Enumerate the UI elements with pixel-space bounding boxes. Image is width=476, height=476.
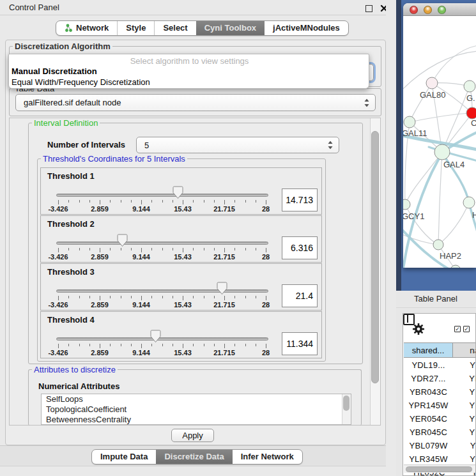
popup-option-manual-discretization[interactable]: Manual Discretization [12, 66, 367, 76]
tick-label: 21.715 [209, 349, 240, 357]
tick-mark [162, 248, 163, 250]
network-edge[interactable] [410, 83, 432, 122]
numerical-attributes-list: SelfLoopsTopologicalCoefficientBetweenne… [41, 394, 351, 425]
minimize-traffic-light[interactable] [424, 6, 432, 14]
apply-button[interactable]: Apply [171, 429, 214, 442]
number-of-intervals-combobox[interactable]: 5 [136, 137, 339, 153]
zoom-traffic-light[interactable] [438, 6, 446, 14]
tab-label: Network [76, 21, 109, 35]
tick-mark [151, 248, 152, 250]
attribute-list-item[interactable]: SelfLoops [42, 394, 351, 404]
table-row[interactable]: YBR043CYBR0 [404, 385, 476, 399]
table-row[interactable]: YER054CYER0 [404, 412, 476, 426]
tab-network[interactable]: Network [56, 21, 117, 35]
threshold-value-field[interactable]: 21.4 [282, 284, 318, 307]
window-title: Control Panel [9, 3, 59, 12]
network-node-label: GAL80 [420, 90, 445, 100]
network-node-g[interactable] [464, 81, 475, 92]
network-window-titlebar[interactable] [403, 3, 476, 16]
network-node-gal11[interactable] [404, 116, 415, 128]
attributes-group-label: Attributes to discretize [32, 365, 118, 374]
tick-label: 21.715 [209, 253, 240, 261]
network-node-h[interactable] [463, 197, 475, 208]
table-data-combobox[interactable]: galFiltered.sif default node [15, 94, 376, 111]
network-node-hap2[interactable] [433, 240, 443, 250]
tick-mark [121, 200, 121, 203]
network-node-gal80[interactable] [426, 77, 438, 89]
network-node-gal4[interactable] [434, 144, 450, 160]
threshold-value-field[interactable]: 14.713 [282, 188, 318, 211]
network-edge[interactable] [405, 152, 442, 204]
threshold-value-field[interactable]: 11.344 [282, 332, 318, 355]
horizontal-scrollbar[interactable] [404, 464, 476, 473]
tick-mark [162, 296, 163, 298]
network-edge[interactable] [410, 113, 472, 122]
table-row[interactable]: YPR145WYPR1 [404, 399, 476, 412]
tick-mark [173, 296, 173, 298]
network-node-label: H [472, 210, 476, 220]
tab-cyni-toolbox[interactable]: Cyni Toolbox [196, 21, 265, 35]
tick-mark [204, 296, 204, 298]
gear-icon[interactable] [411, 322, 426, 336]
table-row[interactable]: YBR045CYBR0 [404, 426, 476, 439]
tick-label: 9.144 [126, 349, 157, 357]
table-row[interactable]: YDL19...YDL1 [404, 358, 476, 372]
threshold-slider-thumb[interactable] [217, 282, 227, 298]
tab-style[interactable]: Style [117, 21, 154, 35]
tick-mark [256, 296, 256, 298]
network-node[interactable] [450, 265, 461, 268]
tick-mark [141, 344, 142, 348]
attribute-list-item[interactable]: BetweennessCentrality [42, 415, 351, 425]
vertical-scrollbar-thumb[interactable] [371, 131, 379, 383]
table-row[interactable]: YDR27...YDR2 [404, 372, 476, 385]
threshold-slider-track[interactable] [56, 289, 268, 293]
tick-label: 2.859 [84, 301, 115, 309]
threshold-slider-track[interactable] [56, 194, 268, 197]
tick-mark [110, 296, 111, 298]
popup-hint: Select algorithm to view settings [9, 56, 370, 66]
threshold-slider-thumb[interactable] [117, 234, 128, 250]
checkbox-icon[interactable]: ✓ [454, 326, 461, 332]
tick-mark [89, 344, 90, 346]
float-window-icon[interactable] [365, 5, 372, 12]
threshold-slider-track[interactable] [56, 337, 268, 341]
tick-mark [100, 200, 100, 204]
network-edge[interactable] [432, 45, 476, 83]
tick-mark [79, 344, 80, 346]
threshold-value-field[interactable]: 6.316 [282, 236, 318, 259]
threshold-slider-track[interactable] [56, 242, 268, 245]
attribute-list-item[interactable]: TopologicalCoefficient [42, 404, 351, 415]
bottom-tab-impute-data[interactable]: Impute Data [92, 450, 156, 464]
tick-label: 9.144 [126, 301, 157, 309]
table-row[interactable]: YBL079WYBL0 [404, 439, 476, 452]
tick-mark [151, 200, 152, 203]
attributes-scrollbar-thumb[interactable] [343, 395, 349, 411]
tick-label: 28 [250, 253, 281, 261]
threshold-slider-thumb[interactable] [150, 330, 161, 346]
network-edge[interactable] [438, 203, 469, 245]
popup-option-equal-width[interactable]: Equal Width/Frequency Discretization [12, 77, 367, 87]
network-node-c[interactable] [466, 107, 476, 119]
threshold-slider-thumb[interactable] [173, 186, 183, 202]
close-traffic-light[interactable] [410, 6, 418, 14]
tab-select[interactable]: Select [154, 21, 196, 35]
column-header-name[interactable]: name [453, 342, 476, 358]
tick-mark [141, 200, 142, 204]
tick-mark [79, 296, 80, 298]
bottom-tab-infer-network[interactable]: Infer Network [233, 450, 302, 464]
network-canvas[interactable]: GAL80G.CGAL11GAL4GCY1HHAP2 [403, 16, 476, 268]
checkbox-icon[interactable]: ✓ [463, 326, 470, 332]
network-node-label: C [471, 118, 476, 128]
tab-jactivemnodules[interactable]: jActiveMNodules [265, 21, 348, 35]
table-row[interactable]: YLR345WYLR3 [404, 452, 476, 466]
bottom-tab-discretize-data[interactable]: Discretize Data [156, 450, 232, 464]
column-header-shared-name[interactable]: shared... [404, 342, 453, 358]
network-edge[interactable] [438, 152, 442, 245]
tick-mark [183, 296, 183, 300]
tick-mark [193, 248, 194, 250]
table-data-value: galFiltered.sif default node [24, 98, 121, 107]
network-node-gcy1[interactable] [403, 199, 410, 210]
network-node-label: GAL4 [443, 160, 464, 169]
horizontal-scrollbar-thumb[interactable] [406, 466, 472, 472]
table-panel-title: Table Panel [414, 294, 457, 303]
